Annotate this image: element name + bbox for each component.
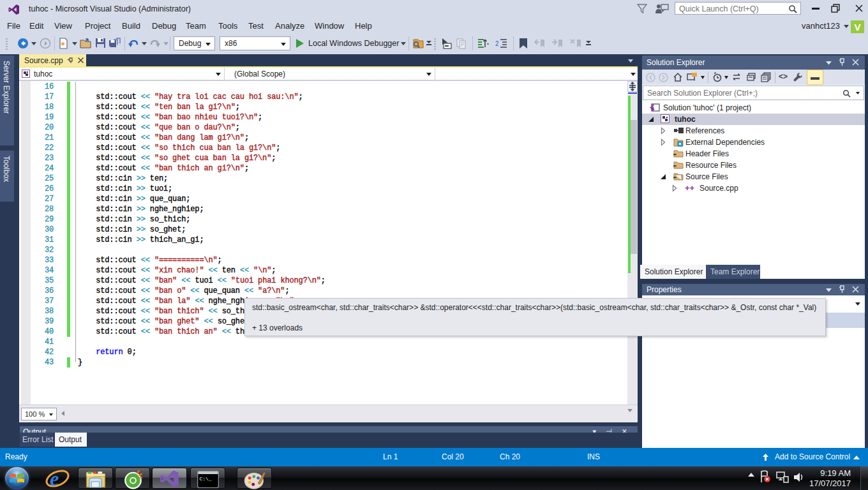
svg-text:e: e [50, 467, 59, 489]
svg-text:2: 2 [495, 40, 499, 47]
svg-text:C:\_: C:\_ [200, 476, 212, 482]
